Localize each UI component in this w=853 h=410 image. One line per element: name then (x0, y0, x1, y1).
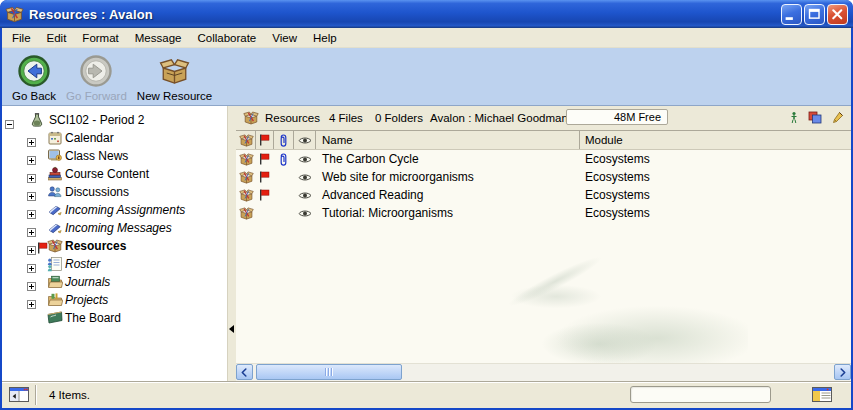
tree-item-label: Calendar (65, 131, 114, 145)
menu-format[interactable]: Format (74, 30, 126, 46)
projects-icon (47, 292, 63, 308)
resource-box-icon (239, 170, 254, 185)
module-column-header[interactable]: Module (580, 131, 851, 149)
expand-icon[interactable] (27, 133, 36, 142)
menu-message[interactable]: Message (127, 30, 190, 46)
flask-icon (29, 112, 45, 128)
flag-icon (259, 153, 270, 165)
collapse-splitter-icon[interactable] (229, 325, 234, 333)
tree-item-calendar[interactable]: Calendar (2, 129, 227, 147)
resource-name[interactable]: Advanced Reading (316, 188, 580, 202)
eye-icon (298, 136, 312, 145)
box-icon (47, 238, 63, 254)
books-icon (47, 166, 63, 182)
resource-box-icon (239, 152, 254, 167)
type-column-header[interactable] (236, 131, 256, 149)
person-icon[interactable] (790, 111, 798, 124)
menu-collaborate[interactable]: Collaborate (189, 30, 264, 46)
resource-row-advanced-reading[interactable]: Advanced Reading Ecosystems (236, 186, 851, 204)
attachment-column-header[interactable] (274, 131, 294, 149)
expand-icon[interactable] (27, 205, 36, 214)
expand-icon[interactable] (27, 295, 36, 304)
files-count: 4 Files (329, 112, 363, 124)
toggle-left-panel-icon[interactable] (9, 387, 29, 402)
menu-file[interactable]: File (4, 30, 39, 46)
attachment-icon (279, 153, 288, 166)
resource-row-tutorial-microorganisms[interactable]: Tutorial: Microorganisms Ecosystems (236, 204, 851, 222)
splitter[interactable] (227, 106, 236, 381)
scrollbar-track[interactable] (253, 364, 834, 381)
resource-row-web-site-for-microorganisms[interactable]: Web site for microorganisms Ecosystems (236, 168, 851, 186)
pencil-icon[interactable] (832, 111, 844, 124)
folders-count: 0 Folders (375, 112, 423, 124)
toggle-right-panel-icon[interactable] (812, 387, 832, 402)
tree-item-the-board[interactable]: The Board (2, 309, 227, 327)
tree-item-sci102-period-2[interactable]: SCI102 - Period 2 (2, 111, 227, 129)
close-button[interactable] (827, 4, 848, 25)
resource-name[interactable]: Web site for microorganisms (316, 170, 580, 184)
resource-row-the-carbon-cycle[interactable]: The Carbon Cycle Ecosystems (236, 150, 851, 168)
expand-icon[interactable] (27, 241, 36, 250)
new-resource-button[interactable]: New Resource (132, 51, 217, 103)
resource-module: Ecosystems (580, 188, 851, 202)
board-icon (47, 310, 63, 326)
titlebar[interactable]: Resources : Avalon (0, 0, 853, 28)
tree-item-roster[interactable]: Roster (2, 255, 227, 273)
tree-item-label: Course Content (65, 167, 149, 181)
expand-icon[interactable] (27, 187, 36, 196)
tree-item-label: Incoming Messages (65, 221, 172, 235)
resource-name[interactable]: The Carbon Cycle (316, 152, 580, 166)
layers-icon[interactable] (808, 111, 822, 124)
tree-item-incoming-messages[interactable]: Incoming Messages (2, 219, 227, 237)
scrollbar-thumb[interactable] (256, 364, 402, 380)
expand-icon[interactable] (27, 223, 36, 232)
minimize-button[interactable] (781, 4, 802, 25)
statusbar: 4 Items. (2, 381, 851, 408)
tree-item-discussions[interactable]: Discussions (2, 183, 227, 201)
items-count: 4 Items. (49, 389, 90, 401)
menu-help[interactable]: Help (305, 30, 345, 46)
expand-icon[interactable] (27, 277, 36, 286)
paperclip-icon (279, 134, 288, 147)
tree-item-class-news[interactable]: Class News (2, 147, 227, 165)
calendar-icon (47, 130, 63, 146)
name-column-header[interactable]: Name (316, 131, 580, 149)
statusbar-divider (35, 385, 37, 405)
server-owner-label: Avalon : Michael Goodman (430, 112, 568, 124)
back-circle-icon (17, 54, 51, 88)
tree-item-label: Projects (65, 293, 108, 307)
tree-item-incoming-assignments[interactable]: Incoming Assignments (2, 201, 227, 219)
roster-icon (47, 256, 63, 272)
go-back-button[interactable]: Go Back (7, 51, 61, 103)
expand-icon[interactable] (27, 169, 36, 178)
free-space-indicator: 48M Free (566, 109, 668, 125)
menu-view[interactable]: View (264, 30, 305, 46)
flag-column-header[interactable] (256, 131, 274, 149)
visibility-column-header[interactable] (294, 131, 316, 149)
tree-item-course-content[interactable]: Course Content (2, 165, 227, 183)
course-tree: SCI102 - Period 2CalendarClass NewsCours… (2, 106, 227, 381)
tree-item-resources[interactable]: Resources (2, 237, 227, 255)
resource-name[interactable]: Tutorial: Microorganisms (316, 206, 580, 220)
toolbar-button-label: New Resource (137, 90, 212, 102)
tree-item-label: Journals (65, 275, 110, 289)
panel-tools (790, 111, 844, 124)
maximize-button[interactable] (804, 4, 825, 25)
people-icon (47, 184, 63, 200)
resource-list: The Carbon Cycle Ecosystems Web site for… (236, 150, 851, 363)
collapse-icon[interactable] (5, 115, 14, 124)
journal-icon (47, 274, 63, 290)
tree-item-projects[interactable]: Projects (2, 291, 227, 309)
table-header: Name Module (236, 131, 851, 150)
scroll-left-button[interactable] (236, 364, 253, 380)
menu-edit[interactable]: Edit (39, 30, 75, 46)
window-body: FileEditFormatMessageCollaborateViewHelp… (2, 28, 851, 408)
expand-icon[interactable] (27, 259, 36, 268)
notebook-icon (47, 220, 63, 236)
tree-item-label: The Board (65, 311, 121, 325)
horizontal-scrollbar[interactable] (236, 363, 851, 381)
expand-icon[interactable] (27, 151, 36, 160)
scroll-right-button[interactable] (834, 364, 851, 380)
box-column-icon (239, 133, 254, 148)
tree-item-journals[interactable]: Journals (2, 273, 227, 291)
